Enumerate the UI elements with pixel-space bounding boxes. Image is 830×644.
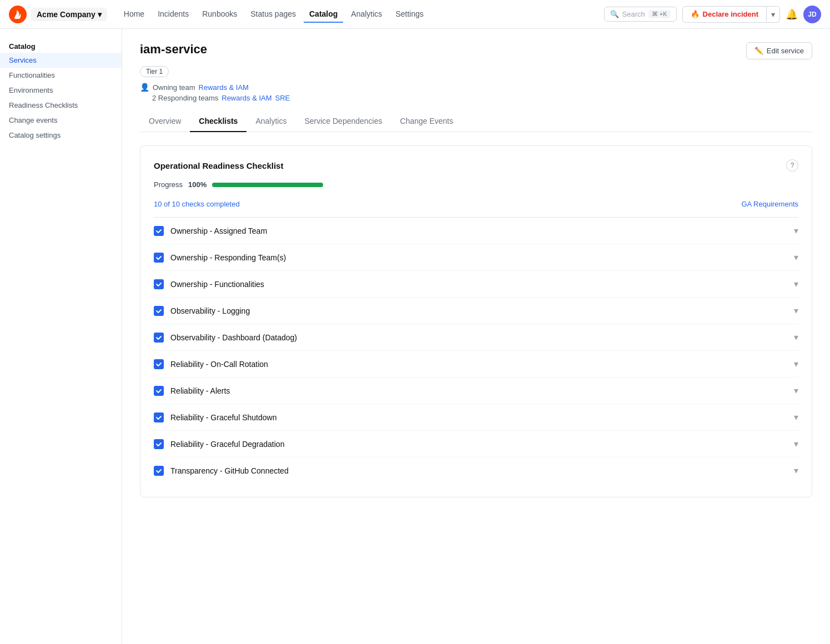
page-title: iam-service: [140, 42, 207, 57]
sidebar-item-catalog-settings[interactable]: Catalog settings: [0, 128, 122, 143]
check-label-5: Reliability - On-Call Rotation: [170, 360, 268, 369]
help-icon[interactable]: ?: [786, 159, 798, 172]
topnav-links: Home Incidents Runbooks Status pages Cat…: [118, 6, 429, 23]
check-checkbox-8: [154, 439, 164, 449]
progress-label: Progress: [154, 180, 183, 189]
checklist-item-6[interactable]: Reliability - Alerts ▾: [154, 378, 798, 404]
check-checkbox-1: [154, 253, 164, 263]
card-title: Operational Readiness Checklist: [154, 161, 283, 170]
responding-teams-label: 2 Responding teams: [152, 94, 218, 102]
chevron-down-icon-9: ▾: [794, 465, 798, 476]
checklist-item-1[interactable]: Ownership - Responding Team(s) ▾: [154, 244, 798, 271]
chevron-down-icon-1: ▾: [794, 252, 798, 263]
check-checkbox-5: [154, 359, 164, 369]
bell-icon: 🔔: [786, 9, 798, 20]
check-label-7: Reliability - Graceful Shutdown: [170, 413, 276, 422]
topnav-right: 🔍 Search ⌘ +K 🔥 Declare incident ▾ 🔔 JD: [604, 6, 821, 23]
declare-incident-button[interactable]: 🔥 Declare incident ▾: [682, 6, 780, 23]
sidebar: Catalog Services Functionalities Environ…: [0, 29, 122, 644]
fire-icon: 🔥: [691, 10, 700, 18]
card-header: Operational Readiness Checklist ?: [154, 159, 798, 172]
main-content: iam-service ✏️ Edit service Tier 1 👤 Own…: [122, 29, 830, 644]
chevron-down-icon-7: ▾: [794, 412, 798, 422]
sidebar-title: Catalog: [0, 38, 122, 53]
checklist-item-0[interactable]: Ownership - Assigned Team ▾: [154, 218, 798, 244]
checklist-item-8[interactable]: Reliability - Graceful Degradation ▾: [154, 431, 798, 457]
edit-icon: ✏️: [754, 47, 763, 55]
sidebar-item-change-events[interactable]: Change events: [0, 113, 122, 128]
progress-pct: 100%: [188, 180, 207, 189]
owning-team-row: 👤 Owning team Rewards & IAM: [140, 83, 812, 92]
checklist-card: Operational Readiness Checklist ? Progre…: [140, 145, 812, 497]
declare-caret-icon[interactable]: ▾: [767, 7, 779, 22]
check-label-9: Transparency - GitHub Connected: [170, 466, 289, 475]
company-chevron-icon: ▾: [98, 10, 102, 19]
chevron-down-icon-4: ▾: [794, 332, 798, 343]
app-logo: [9, 6, 27, 23]
sidebar-item-functionalities[interactable]: Functionalities: [0, 68, 122, 83]
search-shortcut: ⌘ +K: [648, 10, 671, 18]
checklist-item-7[interactable]: Reliability - Graceful Shutdown ▾: [154, 404, 798, 431]
check-checkbox-4: [154, 333, 164, 343]
responding-teams-row: 2 Responding teams Rewards & IAM SRE: [152, 94, 812, 102]
nav-runbooks[interactable]: Runbooks: [197, 6, 243, 23]
check-label-2: Ownership - Functionalities: [170, 280, 264, 289]
tabs: Overview Checklists Analytics Service De…: [140, 111, 812, 132]
check-label-8: Reliability - Graceful Degradation: [170, 440, 284, 449]
page-header: iam-service ✏️ Edit service: [140, 42, 812, 59]
owning-team-link[interactable]: Rewards & IAM: [199, 83, 249, 92]
checklist-item-3[interactable]: Observability - Logging ▾: [154, 298, 798, 324]
tab-service-dependencies[interactable]: Service Dependencies: [295, 111, 391, 132]
check-label-3: Observability - Logging: [170, 306, 250, 315]
checklist-item-2[interactable]: Ownership - Functionalities ▾: [154, 271, 798, 298]
chevron-down-icon-0: ▾: [794, 225, 798, 236]
check-checkbox-7: [154, 412, 164, 422]
topnav: Acme Company ▾ Home Incidents Runbooks S…: [0, 0, 830, 29]
tab-change-events[interactable]: Change Events: [391, 111, 462, 132]
layout: Catalog Services Functionalities Environ…: [0, 29, 830, 644]
nav-analytics[interactable]: Analytics: [345, 6, 388, 23]
company-name: Acme Company: [37, 10, 95, 19]
checklist-item-5[interactable]: Reliability - On-Call Rotation ▾: [154, 351, 798, 378]
user-avatar[interactable]: JD: [803, 6, 821, 23]
progress-bar-fill: [212, 183, 323, 187]
nav-status-pages[interactable]: Status pages: [245, 6, 301, 23]
sidebar-item-environments[interactable]: Environments: [0, 83, 122, 98]
search-icon: 🔍: [610, 10, 619, 18]
nav-settings[interactable]: Settings: [390, 6, 429, 23]
team-icon: 👤: [140, 83, 149, 92]
chevron-down-icon-5: ▾: [794, 359, 798, 369]
check-checkbox-9: [154, 466, 164, 476]
tab-checklists[interactable]: Checklists: [190, 111, 247, 132]
progress-row: Progress 100%: [154, 180, 798, 189]
chevron-down-icon-8: ▾: [794, 439, 798, 449]
check-checkbox-0: [154, 226, 164, 236]
edit-service-button[interactable]: ✏️ Edit service: [746, 42, 812, 59]
company-selector[interactable]: Acme Company ▾: [31, 8, 107, 21]
nav-incidents[interactable]: Incidents: [152, 6, 194, 23]
checklist-item-9[interactable]: Transparency - GitHub Connected ▾: [154, 457, 798, 484]
check-label-1: Ownership - Responding Team(s): [170, 253, 286, 262]
checks-summary: 10 of 10 checks completed GA Requirement…: [154, 200, 798, 208]
check-checkbox-6: [154, 386, 164, 396]
tab-analytics[interactable]: Analytics: [247, 111, 295, 132]
ga-requirements-link[interactable]: GA Requirements: [741, 200, 798, 208]
nav-home[interactable]: Home: [118, 6, 150, 23]
chevron-down-icon-3: ▾: [794, 305, 798, 316]
notifications-button[interactable]: 🔔: [786, 8, 798, 21]
check-checkbox-2: [154, 279, 164, 289]
tab-overview[interactable]: Overview: [140, 111, 190, 132]
search-placeholder: Search: [622, 10, 645, 18]
tier-badge: Tier 1: [140, 66, 169, 77]
sidebar-item-readiness-checklists[interactable]: Readiness Checklists: [0, 98, 122, 113]
responding-team-link-1[interactable]: Rewards & IAM: [222, 94, 271, 102]
search-box[interactable]: 🔍 Search ⌘ +K: [604, 7, 677, 22]
chevron-down-icon-6: ▾: [794, 385, 798, 396]
nav-catalog[interactable]: Catalog: [304, 6, 343, 23]
responding-team-link-2[interactable]: SRE: [275, 94, 290, 102]
sidebar-item-services[interactable]: Services: [0, 53, 122, 68]
checks-completed-link[interactable]: 10 of 10 checks completed: [154, 200, 240, 208]
checklist-item-4[interactable]: Observability - Dashboard (Datadog) ▾: [154, 324, 798, 351]
declare-incident-label: 🔥 Declare incident: [683, 7, 767, 22]
check-label-4: Observability - Dashboard (Datadog): [170, 333, 297, 342]
